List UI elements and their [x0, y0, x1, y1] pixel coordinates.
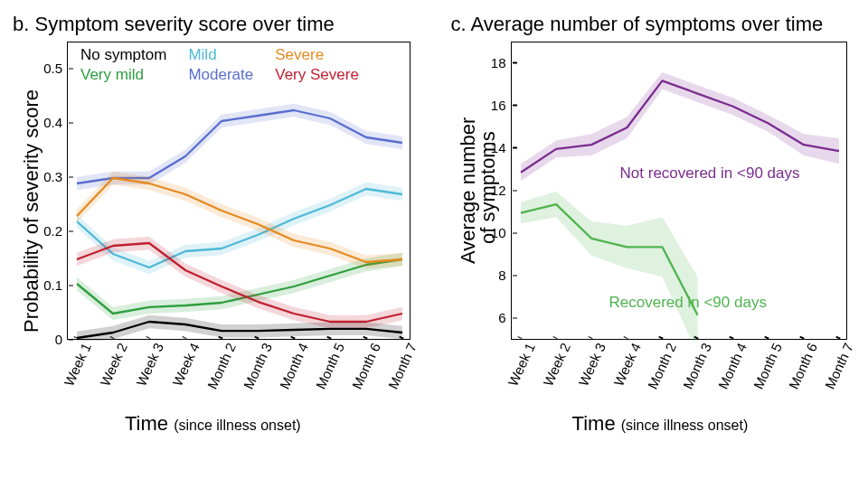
ytick: 16 — [491, 97, 512, 112]
ytick: 8 — [498, 267, 511, 283]
panel-c-title: c. Average number of symptoms over time — [451, 13, 859, 36]
xtick: Month 4 — [712, 339, 750, 391]
xtick: Month 5 — [747, 339, 785, 391]
ytick: 18 — [491, 54, 512, 70]
panel-b-plot: No symptom Very mild Mild Moderate Sever… — [67, 42, 410, 340]
ytick: 10 — [491, 225, 512, 240]
xtick: Month 7 — [382, 339, 420, 391]
xtick: Week 4 — [166, 339, 203, 389]
xtick: Week 3 — [571, 339, 608, 389]
ytick: 14 — [491, 139, 512, 155]
legend-very-severe: Very Severe — [275, 66, 359, 84]
xtick: Month 6 — [345, 339, 383, 391]
ytick: 0.5 — [43, 61, 68, 76]
ytick: 0.2 — [43, 223, 68, 239]
panel-b-xlabel: Time (since illness onset) — [125, 412, 301, 436]
ytick: 0.3 — [43, 169, 68, 184]
legend-no-symptom: No symptom — [80, 46, 166, 64]
xtick: Month 3 — [237, 339, 275, 391]
ytick: 6 — [498, 310, 511, 325]
panel-c-xlabel: Time (since illness onset) — [572, 412, 749, 436]
xtick: Month 6 — [783, 339, 821, 391]
panel-b-legend: No symptom Very mild Mild Moderate Sever… — [80, 46, 359, 84]
legend-moderate: Moderate — [188, 66, 253, 84]
ytick: 0 — [55, 332, 68, 347]
xtick: Month 5 — [309, 339, 347, 391]
xtick: Month 2 — [201, 339, 239, 391]
xtick: Week 3 — [130, 339, 166, 389]
annot-not-recovered: Not recovered in <90 days — [620, 164, 800, 183]
xtick: Week 1 — [501, 339, 537, 389]
panel-b-ylabel: Probability of severity score — [20, 89, 43, 333]
legend-mild: Mild — [188, 46, 253, 64]
panel-c: c. Average number of symptoms over time … — [439, 0, 868, 488]
xtick: Week 2 — [94, 339, 130, 389]
legend-severe: Severe — [275, 46, 359, 64]
panel-c-plot: Not recovered in <90 days Recovered in <… — [511, 42, 847, 340]
xtick: Month 7 — [818, 339, 856, 391]
legend-very-mild: Very mild — [80, 66, 166, 84]
xtick: Month 2 — [641, 339, 679, 391]
panel-b-svg — [68, 42, 411, 341]
panel-b-title: b. Symptom severity score over time — [13, 13, 429, 36]
ytick: 0.4 — [43, 115, 68, 130]
ytick: 12 — [491, 183, 512, 198]
ytick: 0.1 — [43, 277, 68, 293]
xtick: Month 4 — [273, 339, 311, 391]
annot-recovered: Recovered in <90 days — [609, 294, 767, 312]
panel-b: b. Symptom severity score over time Prob… — [0, 0, 439, 488]
xtick: Week 4 — [607, 339, 643, 389]
xtick: Month 3 — [676, 339, 714, 391]
xtick: Week 2 — [536, 339, 572, 389]
